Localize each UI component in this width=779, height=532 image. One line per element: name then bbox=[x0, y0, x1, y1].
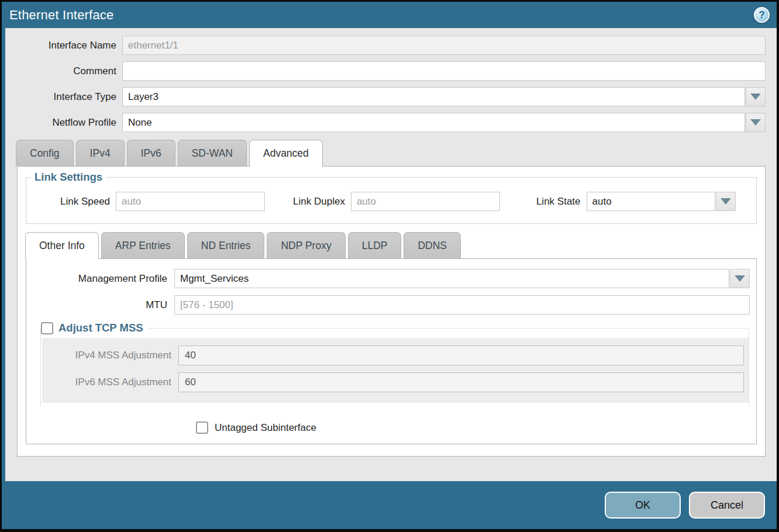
mtu-label: MTU bbox=[26, 299, 174, 311]
link-settings-group: Link Settings Link Speed Link Duplex Lin… bbox=[26, 171, 757, 224]
tab-ipv6[interactable]: IPv6 bbox=[127, 140, 175, 166]
untagged-subinterface-checkbox[interactable] bbox=[196, 422, 208, 434]
interface-type-select[interactable]: Layer3 bbox=[122, 87, 766, 106]
adjust-tcp-mss-checkbox[interactable] bbox=[41, 322, 53, 334]
dialog-title: Ethernet Interface bbox=[9, 8, 113, 23]
ipv4-mss-label: IPv4 MSS Adjustment bbox=[42, 350, 178, 361]
chevron-down-icon bbox=[750, 94, 761, 100]
untagged-subinterface-label: Untagged Subinterface bbox=[215, 422, 316, 434]
ipv6-mss-row: IPv6 MSS Adjustment bbox=[42, 372, 744, 392]
link-state-value[interactable]: auto bbox=[587, 192, 715, 211]
interface-name-row: Interface Name bbox=[5, 36, 766, 55]
management-profile-row: Management Profile Mgmt_Services bbox=[26, 269, 750, 288]
help-icon[interactable]: ? bbox=[754, 7, 770, 23]
netflow-profile-value[interactable]: None bbox=[122, 113, 745, 132]
tab-advanced[interactable]: Advanced bbox=[249, 140, 323, 167]
mss-panel: IPv4 MSS Adjustment IPv6 MSS Adjustment bbox=[42, 338, 749, 403]
netflow-profile-select[interactable]: None bbox=[122, 113, 766, 132]
ipv4-mss-row: IPv4 MSS Adjustment bbox=[42, 346, 744, 365]
link-state-select[interactable]: auto bbox=[587, 192, 736, 211]
link-state-dropdown-button[interactable] bbox=[716, 192, 736, 211]
adjust-tcp-mss-group: Adjust TCP MSS IPv4 MSS Adjustment IPv6 … bbox=[40, 322, 749, 406]
interface-name-label: Interface Name bbox=[5, 40, 122, 51]
management-profile-select[interactable]: Mgmt_Services bbox=[174, 269, 750, 288]
link-settings-legend: Link Settings bbox=[30, 171, 106, 184]
secondary-tab-strip: Other Info ARP Entries ND Entries NDP Pr… bbox=[25, 232, 765, 258]
interface-type-value[interactable]: Layer3 bbox=[122, 87, 745, 106]
ok-button[interactable]: OK bbox=[605, 492, 681, 519]
management-profile-label: Management Profile bbox=[26, 273, 174, 285]
tab-config[interactable]: Config bbox=[16, 140, 74, 166]
tab-arp-entries[interactable]: ARP Entries bbox=[101, 232, 185, 258]
comment-field[interactable] bbox=[122, 61, 766, 81]
interface-type-row: Interface Type Layer3 bbox=[5, 87, 766, 106]
mtu-field[interactable] bbox=[174, 295, 750, 315]
tab-lldp[interactable]: LLDP bbox=[348, 232, 402, 258]
ipv6-mss-field bbox=[178, 372, 744, 392]
tab-nd-entries[interactable]: ND Entries bbox=[187, 232, 265, 258]
interface-type-label: Interface Type bbox=[5, 91, 122, 103]
ipv6-mss-label: IPv6 MSS Adjustment bbox=[42, 376, 178, 388]
link-settings-row: Link Speed Link Duplex Link State auto bbox=[26, 192, 756, 211]
tab-other-info[interactable]: Other Info bbox=[25, 232, 99, 259]
link-duplex-label: Link Duplex bbox=[293, 196, 351, 208]
interface-type-dropdown-button[interactable] bbox=[746, 87, 766, 106]
tab-ndp-proxy[interactable]: NDP Proxy bbox=[267, 232, 345, 258]
ipv4-mss-field bbox=[178, 346, 744, 365]
tab-ddns[interactable]: DDNS bbox=[404, 232, 461, 258]
dialog-footer: OK Cancel bbox=[2, 481, 777, 529]
link-duplex-field[interactable] bbox=[351, 192, 500, 211]
interface-name-field bbox=[122, 36, 766, 55]
netflow-profile-label: Netflow Profile bbox=[5, 117, 122, 129]
tab-sdwan[interactable]: SD-WAN bbox=[178, 140, 247, 166]
other-info-tab-panel: Management Profile Mgmt_Services MTU bbox=[26, 258, 757, 444]
adjust-tcp-mss-legend-text: Adjust TCP MSS bbox=[58, 322, 143, 334]
comment-row: Comment bbox=[5, 61, 766, 81]
link-speed-label: Link Speed bbox=[60, 196, 116, 208]
cancel-button[interactable]: Cancel bbox=[689, 492, 765, 519]
chevron-down-icon bbox=[735, 275, 745, 282]
link-speed-field[interactable] bbox=[116, 192, 265, 211]
comment-label: Comment bbox=[5, 65, 122, 77]
chevron-down-icon bbox=[750, 119, 761, 126]
link-state-label: Link State bbox=[536, 196, 587, 208]
primary-tab-strip: Config IPv4 IPv6 SD-WAN Advanced bbox=[16, 140, 777, 166]
advanced-tab-panel: Link Settings Link Speed Link Duplex Lin… bbox=[17, 166, 766, 457]
untagged-subinterface-row: Untagged Subinterface bbox=[196, 422, 756, 434]
tab-ipv4[interactable]: IPv4 bbox=[76, 140, 125, 166]
management-profile-dropdown-button[interactable] bbox=[730, 269, 750, 288]
mtu-row: MTU bbox=[26, 295, 750, 315]
adjust-tcp-mss-legend: Adjust TCP MSS bbox=[41, 322, 148, 334]
netflow-profile-dropdown-button[interactable] bbox=[746, 113, 766, 132]
dialog-body: Interface Name Comment Interface Type La… bbox=[5, 28, 777, 481]
ethernet-interface-dialog: Ethernet Interface ? Interface Name Comm… bbox=[2, 2, 777, 529]
netflow-profile-row: Netflow Profile None bbox=[5, 113, 766, 132]
chevron-down-icon bbox=[721, 198, 731, 205]
management-profile-value[interactable]: Mgmt_Services bbox=[174, 269, 729, 288]
titlebar: Ethernet Interface ? bbox=[2, 2, 777, 28]
